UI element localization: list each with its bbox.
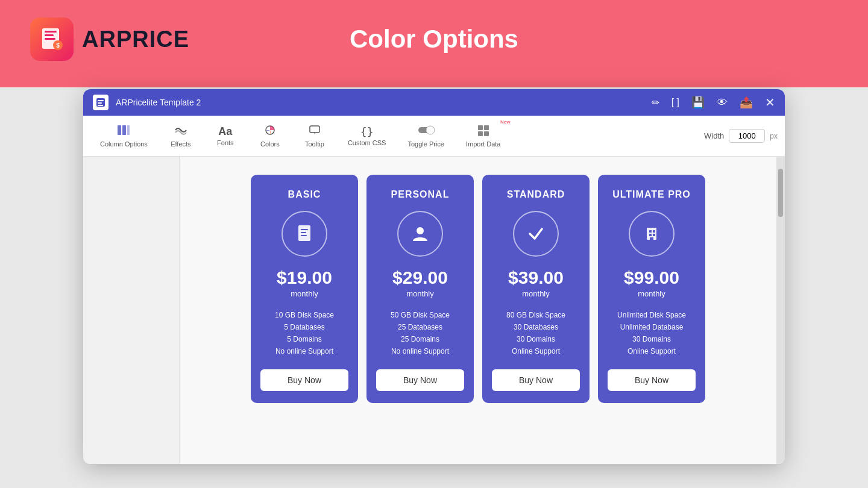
- title-bar-icon: [93, 95, 108, 110]
- svg-rect-30: [653, 234, 655, 236]
- window-title: ARPricelite Template 2: [116, 98, 644, 107]
- fonts-icon: Aa: [218, 125, 232, 138]
- svg-rect-14: [310, 126, 319, 133]
- toolbar-import-data-wrapper: New Import Data: [456, 120, 510, 151]
- toolbar-tooltip[interactable]: Tooltip: [294, 120, 336, 151]
- toolbar-toggle-price-label: Toggle Price: [407, 140, 444, 148]
- logo-text: ARPRICE: [82, 27, 189, 52]
- feature-basic-3: No online Support: [260, 345, 348, 357]
- effects-icon: [174, 124, 187, 139]
- pricing-card-ultimate-pro: ULTIMATE PRO $99.00 monthly: [598, 175, 705, 403]
- scrollbar[interactable]: [776, 157, 785, 464]
- custom-css-icon: {}: [360, 125, 374, 138]
- toolbar-custom-css[interactable]: {} Custom CSS: [338, 122, 396, 150]
- toolbar-toggle-price[interactable]: Toggle Price: [398, 120, 454, 151]
- toolbar-import-data[interactable]: Import Data: [456, 120, 510, 151]
- toolbar-fonts-label: Fonts: [217, 139, 234, 146]
- feature-ultimate-3: Online Support: [608, 345, 696, 357]
- svg-rect-23: [301, 232, 306, 233]
- svg-rect-28: [653, 230, 655, 233]
- pricing-grid: BASIC $19.00 monthly 10 GB Disk Space: [251, 175, 705, 446]
- toolbar-effects[interactable]: Effects: [160, 120, 202, 151]
- import-data-icon: [477, 124, 490, 139]
- card-price-basic: $19.00: [277, 267, 332, 288]
- buy-now-personal[interactable]: Buy Now: [376, 369, 464, 391]
- width-label: Width: [704, 131, 724, 140]
- tooltip-icon: [308, 124, 321, 139]
- feature-ultimate-1: Unlimited Database: [608, 321, 696, 333]
- toolbar-fonts[interactable]: Aa Fonts: [204, 122, 247, 150]
- toolbar-import-data-label: Import Data: [466, 140, 500, 148]
- save-icon[interactable]: 💾: [691, 96, 705, 109]
- svg-point-25: [417, 227, 424, 234]
- brackets-icon[interactable]: [ ]: [671, 97, 679, 108]
- pricing-card-standard: STANDARD $39.00 monthly 80 GB Disk Space…: [482, 175, 590, 403]
- sidebar-left: [83, 157, 180, 464]
- svg-rect-12: [127, 125, 130, 135]
- feature-basic-2: 5 Domains: [260, 333, 348, 345]
- card-price-standard: $39.00: [508, 267, 564, 288]
- svg-rect-22: [301, 229, 308, 230]
- card-price-personal: $29.00: [392, 267, 448, 288]
- feature-basic-1: 5 Databases: [260, 321, 348, 333]
- width-unit: px: [770, 132, 778, 140]
- card-period-ultimate-pro: monthly: [638, 289, 665, 298]
- logo-icon: $: [30, 17, 74, 61]
- toolbar-column-options[interactable]: Column Options: [90, 120, 157, 151]
- width-input[interactable]: [729, 129, 765, 143]
- card-features-personal: 50 GB Disk Space 25 Databases 25 Domains…: [376, 309, 464, 357]
- card-title-standard: STANDARD: [507, 189, 565, 200]
- content-area: BASIC $19.00 monthly 10 GB Disk Space: [83, 157, 785, 464]
- svg-rect-10: [118, 125, 121, 135]
- column-options-icon: [117, 124, 130, 139]
- feature-personal-1: 25 Databases: [376, 321, 464, 333]
- feature-ultimate-2: 30 Domains: [608, 333, 696, 345]
- buy-now-basic[interactable]: Buy Now: [260, 369, 348, 391]
- svg-rect-9: [98, 105, 103, 106]
- card-title-basic: BASIC: [288, 189, 321, 200]
- card-price-ultimate-pro: $99.00: [624, 267, 679, 288]
- card-features-standard: 80 GB Disk Space 30 Databases 30 Domains…: [492, 309, 580, 357]
- toolbar-colors[interactable]: Colors: [249, 120, 291, 151]
- svg-rect-7: [98, 100, 104, 101]
- share-icon[interactable]: 📤: [740, 96, 753, 109]
- svg-rect-20: [484, 131, 489, 136]
- svg-rect-3: [45, 38, 55, 40]
- card-title-personal: PERSONAL: [391, 189, 450, 200]
- svg-rect-11: [122, 125, 126, 135]
- svg-rect-31: [650, 237, 653, 240]
- card-title-ultimate-pro: ULTIMATE PRO: [612, 189, 691, 200]
- feature-personal-3: No online Support: [376, 345, 464, 357]
- toolbar: Column Options Effects Aa Fonts: [83, 116, 785, 157]
- feature-ultimate-0: Unlimited Disk Space: [608, 309, 696, 321]
- svg-rect-18: [484, 125, 489, 130]
- feature-personal-2: 25 Domains: [376, 333, 464, 345]
- buy-now-standard[interactable]: Buy Now: [492, 369, 580, 391]
- card-period-personal: monthly: [406, 289, 434, 298]
- new-badge: New: [500, 119, 510, 125]
- card-features-basic: 10 GB Disk Space 5 Databases 5 Domains N…: [260, 309, 348, 357]
- toolbar-tooltip-label: Tooltip: [305, 140, 324, 148]
- logo-container: $ ARPRICE: [30, 17, 189, 61]
- edit-icon[interactable]: ✏: [652, 97, 659, 108]
- card-icon-circle-standard: [513, 211, 559, 257]
- svg-point-16: [426, 126, 435, 134]
- toolbar-right: Width px: [704, 129, 778, 143]
- svg-rect-8: [98, 102, 102, 104]
- header: $ ARPRICE Color Options: [0, 0, 868, 78]
- toolbar-effects-label: Effects: [171, 140, 190, 148]
- toolbar-colors-label: Colors: [260, 140, 280, 148]
- card-features-ultimate-pro: Unlimited Disk Space Unlimited Database …: [608, 309, 696, 357]
- svg-rect-1: [45, 31, 57, 33]
- scrollbar-thumb[interactable]: [778, 169, 783, 217]
- window-container: ARPricelite Template 2 ✏ [ ] 💾 👁 📤 ✕ Col…: [83, 89, 785, 464]
- main-content: BASIC $19.00 monthly 10 GB Disk Space: [180, 157, 776, 464]
- title-bar-actions: ✏ [ ] 💾 👁 📤 ✕: [652, 95, 775, 110]
- preview-icon[interactable]: 👁: [717, 96, 728, 109]
- close-icon[interactable]: ✕: [765, 95, 775, 110]
- buy-now-ultimate-pro[interactable]: Buy Now: [608, 369, 696, 391]
- card-period-basic: monthly: [291, 289, 318, 298]
- svg-rect-27: [649, 230, 652, 233]
- header-title: Color Options: [350, 25, 518, 54]
- svg-rect-19: [478, 131, 483, 136]
